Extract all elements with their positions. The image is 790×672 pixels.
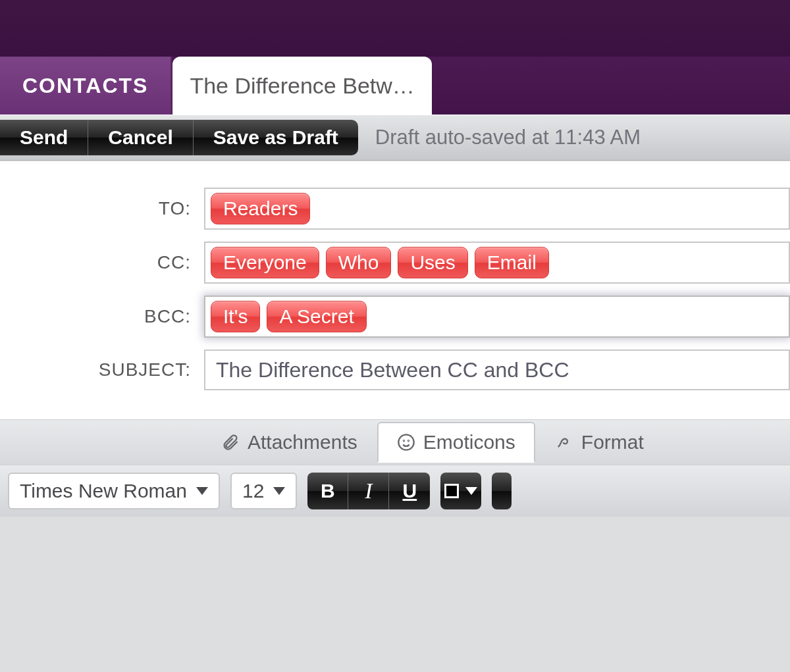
paperclip-icon	[221, 433, 240, 452]
to-row: TO: Readers	[0, 188, 790, 230]
italic-button[interactable]: I	[348, 473, 389, 509]
recipient-chip[interactable]: A Secret	[267, 301, 366, 332]
format-toolbar: Times New Roman 12 B I U	[0, 465, 790, 517]
svg-point-2	[408, 440, 409, 441]
underline-button[interactable]: U	[389, 473, 430, 509]
cc-label: CC:	[0, 252, 204, 273]
more-format-group	[492, 473, 512, 509]
cc-input[interactable]: Everyone Who Uses Email	[204, 242, 790, 284]
bold-button[interactable]: B	[307, 473, 348, 509]
attachments-tab[interactable]: Attachments	[201, 422, 377, 463]
to-label: TO:	[0, 198, 204, 219]
subject-input[interactable]	[204, 349, 790, 390]
font-family-value: Times New Roman	[20, 480, 187, 502]
tab-compose-active[interactable]: The Difference Betw…	[172, 57, 431, 115]
subject-label: SUBJECT:	[0, 359, 204, 380]
format-script-icon	[555, 433, 573, 452]
action-button-group: Send Cancel Save as Draft	[0, 120, 358, 155]
attachments-label: Attachments	[248, 431, 357, 453]
format-tab[interactable]: Format	[535, 422, 664, 463]
emoticons-label: Emoticons	[423, 431, 515, 453]
send-button[interactable]: Send	[0, 120, 88, 155]
action-toolbar: Send Cancel Save as Draft Draft auto-sav…	[0, 115, 790, 161]
app-header	[0, 0, 790, 57]
svg-point-1	[404, 440, 404, 441]
font-family-select[interactable]: Times New Roman	[8, 473, 220, 509]
text-style-group: B I U	[307, 473, 430, 509]
cc-row: CC: Everyone Who Uses Email	[0, 242, 790, 284]
subject-row: SUBJECT:	[0, 349, 790, 390]
recipient-chip[interactable]: Email	[475, 247, 549, 278]
recipient-chip[interactable]: It's	[211, 301, 260, 332]
compose-subtoolbar: Attachments Emoticons Format	[0, 419, 790, 465]
autosave-status: Draft auto-saved at 11:43 AM	[375, 126, 641, 149]
format-label: Format	[581, 431, 644, 453]
recipient-chip[interactable]: Readers	[211, 193, 310, 224]
dropdown-caret-icon	[465, 487, 477, 495]
recipient-chip[interactable]: Who	[326, 247, 392, 278]
color-swatch-icon	[444, 484, 459, 498]
dropdown-caret-icon	[196, 487, 208, 495]
font-size-value: 12	[242, 480, 264, 502]
smiley-icon	[397, 433, 415, 452]
more-format-button[interactable]	[492, 473, 512, 509]
tab-bar: CONTACTS The Difference Betw…	[0, 57, 790, 115]
recipient-chip[interactable]: Everyone	[211, 247, 319, 278]
tab-contacts[interactable]: CONTACTS	[0, 57, 172, 115]
cancel-button[interactable]: Cancel	[88, 120, 193, 155]
bcc-input[interactable]: It's A Secret	[204, 296, 790, 338]
color-picker-group	[440, 473, 481, 509]
emoticons-tab[interactable]: Emoticons	[377, 422, 535, 463]
save-draft-button[interactable]: Save as Draft	[194, 120, 358, 155]
to-input[interactable]: Readers	[204, 188, 790, 230]
recipient-chip[interactable]: Uses	[398, 247, 467, 278]
bcc-label: BCC:	[0, 306, 204, 327]
bcc-row: BCC: It's A Secret	[0, 296, 790, 338]
svg-point-0	[398, 434, 413, 450]
compose-area: TO: Readers CC: Everyone Who Uses Email …	[0, 161, 790, 517]
text-color-button[interactable]	[440, 473, 481, 509]
dropdown-caret-icon	[273, 487, 285, 495]
font-size-select[interactable]: 12	[230, 473, 297, 509]
